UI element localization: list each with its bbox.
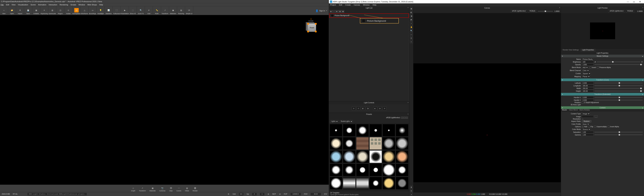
tool-icon[interactable]: ≡ <box>410 40 413 43</box>
tab-render-view-settings[interactable]: Render View Settings <box>561 48 580 52</box>
tool-icon[interactable]: ⚙ <box>410 189 413 192</box>
window-minimize[interactable]: — <box>625 0 631 3</box>
prop-blendchannel-select[interactable]: Color <box>582 69 590 72</box>
menu-scripts[interactable]: Scripts <box>70 4 76 6</box>
preset-thumb[interactable] <box>330 137 342 150</box>
preset-thumb[interactable] <box>396 124 408 136</box>
preset-thumb[interactable] <box>396 177 408 189</box>
preview-colorspace[interactable]: sRGB (rgbMonitor) <box>608 10 625 12</box>
presets-filter-2[interactable]: StudioLights <box>340 120 353 123</box>
viewcube-corner[interactable] <box>315 23 317 25</box>
tool-icon[interactable]: ◧ <box>410 11 413 14</box>
ll-tool[interactable]: ▣ <box>342 10 344 13</box>
tool-icon[interactable]: ✕ <box>410 193 413 196</box>
status-fov[interactable]: 38.00 <box>311 193 321 195</box>
menu-file[interactable]: File <box>1 4 4 6</box>
tool-icon[interactable]: ▦ <box>410 7 413 10</box>
handleu-slider[interactable] <box>594 97 643 98</box>
prop-height-input[interactable] <box>582 90 594 92</box>
menu-scene[interactable]: Scene <box>30 4 36 6</box>
close-icon[interactable]: × <box>408 102 408 104</box>
bottom-materials[interactable]: ▦Materials <box>150 186 156 192</box>
sat-slider[interactable] <box>594 132 643 132</box>
viewcube-corner[interactable] <box>307 23 309 25</box>
colorspace-label[interactable]: sRGB (rgbMonitor) <box>386 117 400 118</box>
bottom-clips[interactable]: 🎞Clips <box>169 186 173 192</box>
preset-thumb[interactable] <box>383 177 395 189</box>
bottom-curves[interactable]: 〰Curves <box>176 186 181 192</box>
menu-create[interactable]: Create <box>345 4 351 6</box>
toolbar-new[interactable]: ＋New <box>0 6 8 15</box>
height-slider[interactable] <box>594 91 643 92</box>
browse-image-button[interactable]: … <box>594 115 598 118</box>
preset-thumb[interactable] <box>356 177 368 189</box>
brightness-reset[interactable]: ⟳ <box>641 61 643 63</box>
tool-icon[interactable]: ☰ <box>410 36 413 40</box>
swatch[interactable] <box>406 117 408 119</box>
menu-edit[interactable]: Edit <box>6 4 9 6</box>
section-transform-extended[interactable]: ▾Transform (Extended)▴ <box>561 93 644 96</box>
close-icon[interactable]: × <box>642 7 643 8</box>
prop-handleu-input[interactable] <box>582 96 594 98</box>
opacity-slider[interactable] <box>594 64 643 65</box>
lat-slider[interactable] <box>594 83 643 83</box>
bottom-vsets[interactable]: ▥VSets <box>185 186 189 192</box>
section-transform-core[interactable]: ▾Transform (Core)▴ <box>561 78 644 81</box>
prop-handlev-input[interactable] <box>582 99 594 101</box>
canvas-channels[interactable]: RGB(A) <box>528 10 536 12</box>
prop-lat-input[interactable] <box>582 82 594 84</box>
swatch[interactable] <box>404 117 406 119</box>
toolbar-zoom-to[interactable]: 🔍Zoom To <box>137 6 145 15</box>
prop-lon-input[interactable] <box>582 84 594 87</box>
ll-tool[interactable]: ▦ <box>338 10 341 13</box>
preset-thumb[interactable] <box>370 137 382 150</box>
exposure-slider[interactable] <box>538 11 553 12</box>
section-master-settings[interactable]: ▾Master Settings▴ <box>561 55 644 57</box>
opt-flip[interactable]: Flip <box>588 126 593 128</box>
canvas-view[interactable]: + <box>414 13 561 192</box>
opt-half[interactable]: ✓Half <box>582 126 587 128</box>
menu-help[interactable]: Help <box>99 4 103 6</box>
toolbar-isolate[interactable]: ⊙Isolate <box>64 6 72 15</box>
status-unit[interactable]: mm <box>239 193 243 195</box>
restore-aspect-button[interactable]: Restore <box>582 120 591 122</box>
toolbar-presentation[interactable]: ▶Presentation <box>121 6 129 15</box>
preset-thumb[interactable] <box>370 150 382 163</box>
opt-invert-alpha[interactable]: Invert Alpha <box>608 126 619 128</box>
ll-tool[interactable]: ◉ <box>330 10 332 13</box>
menu-visualization[interactable]: Visualization <box>18 4 28 6</box>
gamma-slider[interactable] <box>594 134 643 135</box>
preset-thumb[interactable] <box>396 164 408 176</box>
viewcube-corner[interactable] <box>315 31 317 32</box>
preset-thumb[interactable] <box>356 150 368 163</box>
tool-icon[interactable]: ◨ <box>410 14 413 18</box>
toolbar-save[interactable]: 💾Save <box>24 6 32 15</box>
tool-icon[interactable]: ▭ <box>410 33 413 36</box>
prop-cprofile-select[interactable]: linear <box>582 123 590 126</box>
subtab-master[interactable]: Master <box>562 109 567 112</box>
sign-in-button[interactable]: 👤Sign In▾ <box>316 10 327 12</box>
preview-channels[interactable]: RGB(A) <box>626 10 634 12</box>
link-icon[interactable]: ⇄ <box>594 61 596 63</box>
tool-icon[interactable]: + <box>410 22 413 25</box>
close-icon[interactable]: × <box>408 113 408 115</box>
ll-tool[interactable]: ◐ <box>336 10 338 13</box>
bottom-graph[interactable]: ◇Graph <box>131 186 135 192</box>
preset-thumb[interactable] <box>396 150 408 163</box>
lc-button[interactable]: ◧ <box>361 107 365 110</box>
handlev-slider[interactable] <box>594 100 643 100</box>
preset-thumb[interactable] <box>370 177 382 189</box>
prop-mapping-select[interactable]: Planar <box>582 75 590 78</box>
toolbar-import[interactable]: ⬇Import <box>16 6 24 15</box>
lc-button[interactable]: ⊗ <box>383 107 386 110</box>
menu-webshops[interactable]: Web Shops <box>88 4 97 6</box>
preset-thumb[interactable] <box>343 150 355 163</box>
status-up[interactable]: Z <box>252 193 256 195</box>
prop-width-input[interactable] <box>582 87 594 90</box>
close-icon[interactable]: × <box>559 7 560 8</box>
toolbar-texturing[interactable]: ▨Texturing <box>177 6 185 15</box>
prop-blendmode-select[interactable]: Add <box>582 66 588 69</box>
toolbar-transform[interactable]: ↗Transform <box>161 6 169 15</box>
preset-thumb[interactable] <box>370 164 382 176</box>
preset-thumb[interactable] <box>370 124 382 136</box>
